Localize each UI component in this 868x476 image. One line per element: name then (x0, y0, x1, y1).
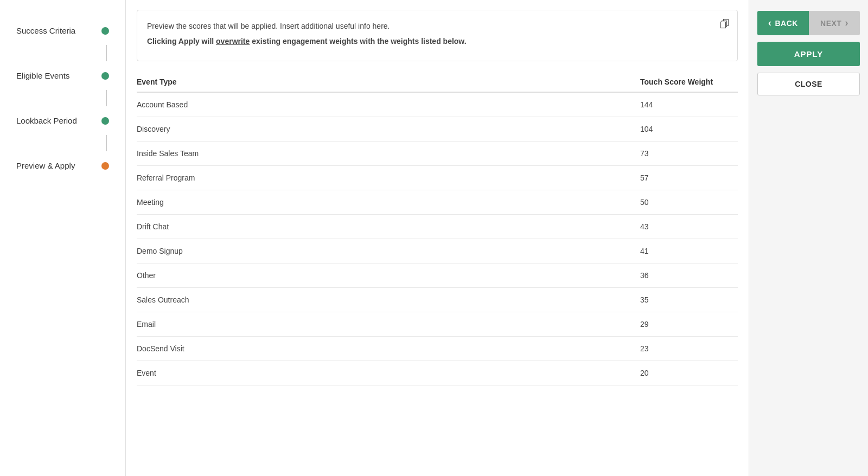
weight-cell: 73 (640, 149, 738, 158)
table-row: Sales Outreach 35 (137, 288, 738, 312)
sidebar-label-eligible-events: Eligible Events (16, 71, 69, 80)
chevron-right-icon (845, 17, 848, 29)
col-header-weight: Touch Score Weight (640, 78, 738, 86)
sidebar-label-preview-apply: Preview & Apply (16, 161, 75, 170)
sidebar-connector-3 (106, 135, 107, 151)
weight-cell: 29 (640, 320, 738, 329)
table-header: Event Type Touch Score Weight (137, 72, 738, 93)
sidebar-dot-preview-apply (101, 162, 109, 170)
event-type-cell: Other (137, 271, 640, 280)
back-label: BACK (775, 19, 798, 28)
table-row: Discovery 104 (137, 117, 738, 141)
table-row: Email 29 (137, 312, 738, 337)
weight-cell: 57 (640, 173, 738, 182)
back-button[interactable]: BACK (757, 11, 809, 35)
info-line2: Clicking Apply will overwrite existing e… (147, 35, 716, 47)
copy-icon[interactable]: 🗍 (720, 17, 730, 33)
table-row: DocSend Visit 23 (137, 337, 738, 361)
sidebar-item-preview-apply[interactable]: Preview & Apply (0, 151, 125, 180)
apply-button[interactable]: APPLY (757, 42, 860, 66)
sidebar-dot-lookback-period (101, 117, 109, 125)
info-line1: Preview the scores that will be applied.… (147, 20, 716, 32)
sidebar-connector-2 (106, 90, 107, 106)
weight-cell: 104 (640, 125, 738, 133)
event-type-cell: Meeting (137, 198, 640, 207)
table-row: Meeting 50 (137, 190, 738, 215)
table-body: Account Based 144 Discovery 104 Inside S… (137, 93, 738, 385)
sidebar-item-lookback-period[interactable]: Lookback Period (0, 106, 125, 135)
sidebar-item-eligible-events[interactable]: Eligible Events (0, 61, 125, 90)
next-button[interactable]: NEXT (809, 11, 860, 35)
event-type-cell: Inside Sales Team (137, 149, 640, 158)
event-type-cell: Email (137, 320, 640, 329)
table-row: Demo Signup 41 (137, 239, 738, 263)
apply-label: APPLY (794, 49, 824, 59)
info-box: 🗍 Preview the scores that will be applie… (137, 10, 738, 61)
event-type-cell: Referral Program (137, 173, 640, 182)
next-label: NEXT (820, 19, 841, 28)
table-row: Drift Chat 43 (137, 215, 738, 239)
table-row: Account Based 144 (137, 93, 738, 117)
scores-table: Event Type Touch Score Weight Account Ba… (126, 67, 749, 396)
weight-cell: 50 (640, 198, 738, 207)
weight-cell: 144 (640, 100, 738, 109)
sidebar-label-lookback-period: Lookback Period (16, 116, 77, 125)
event-type-cell: Demo Signup (137, 247, 640, 255)
col-header-event-type: Event Type (137, 78, 640, 86)
table-row: Inside Sales Team 73 (137, 141, 738, 166)
sidebar: Success Criteria Eligible Events Lookbac… (0, 0, 126, 476)
event-type-cell: Account Based (137, 100, 640, 109)
sidebar-item-success-criteria[interactable]: Success Criteria (0, 16, 125, 45)
sidebar-connector-1 (106, 45, 107, 61)
weight-cell: 20 (640, 369, 738, 377)
sidebar-label-success-criteria: Success Criteria (16, 26, 75, 35)
event-type-cell: DocSend Visit (137, 344, 640, 353)
back-next-row: BACK NEXT (757, 11, 860, 35)
weight-cell: 36 (640, 271, 738, 280)
right-panel: BACK NEXT APPLY CLOSE (749, 0, 868, 476)
info-line2-suffix: existing engagement weights with the wei… (250, 37, 466, 46)
sidebar-dot-eligible-events (101, 72, 109, 80)
close-label: CLOSE (795, 80, 822, 88)
chevron-left-icon (768, 17, 772, 29)
table-row: Referral Program 57 (137, 166, 738, 190)
weight-cell: 23 (640, 344, 738, 353)
event-type-cell: Event (137, 369, 640, 377)
info-line2-overwrite: overwrite (216, 37, 250, 46)
table-row: Event 20 (137, 361, 738, 385)
main-content: 🗍 Preview the scores that will be applie… (126, 0, 749, 476)
event-type-cell: Sales Outreach (137, 295, 640, 304)
weight-cell: 43 (640, 222, 738, 231)
info-line2-prefix: Clicking Apply will (147, 37, 216, 46)
close-button[interactable]: CLOSE (757, 73, 860, 95)
weight-cell: 41 (640, 247, 738, 255)
table-row: Other 36 (137, 263, 738, 288)
event-type-cell: Drift Chat (137, 222, 640, 231)
weight-cell: 35 (640, 295, 738, 304)
event-type-cell: Discovery (137, 125, 640, 133)
sidebar-dot-success-criteria (101, 27, 109, 35)
